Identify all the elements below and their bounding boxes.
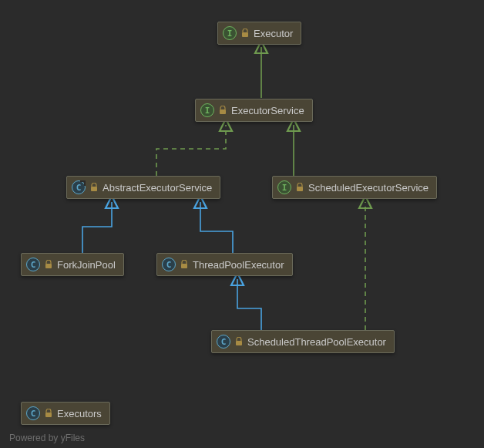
- svg-rect-6: [236, 341, 242, 345]
- svg-rect-2: [91, 187, 97, 191]
- edges-layer: [0, 0, 484, 448]
- node-label: ForkJoinPool: [57, 259, 116, 271]
- lock-icon: [45, 260, 52, 269]
- node-executors[interactable]: C Executors: [21, 402, 110, 425]
- class-badge-icon: C: [26, 258, 40, 271]
- node-fork-join-pool[interactable]: C ForkJoinPool: [21, 253, 124, 276]
- lock-icon: [90, 183, 98, 192]
- diagram-canvas: I Executor I ExecutorService C AbstractE…: [0, 0, 484, 448]
- node-label: Executors: [57, 408, 102, 419]
- node-label: ScheduledExecutorService: [308, 182, 429, 194]
- lock-icon: [241, 29, 249, 38]
- lock-icon: [235, 337, 243, 346]
- node-executor-service[interactable]: I ExecutorService: [195, 99, 313, 122]
- lock-icon: [45, 409, 52, 418]
- class-badge-icon: C: [162, 258, 176, 271]
- lock-icon: [296, 183, 304, 192]
- node-scheduled-thread-pool-executor[interactable]: C ScheduledThreadPoolExecutor: [211, 330, 395, 353]
- lock-icon: [180, 260, 188, 269]
- node-label: Executor: [254, 28, 293, 39]
- interface-badge-icon: I: [200, 103, 214, 117]
- node-label: ScheduledThreadPoolExecutor: [247, 336, 386, 348]
- interface-badge-icon: I: [277, 180, 291, 194]
- lock-icon: [219, 106, 227, 115]
- svg-rect-4: [45, 264, 52, 268]
- node-label: AbstractExecutorService: [103, 182, 212, 194]
- node-label: ThreadPoolExecutor: [193, 259, 284, 271]
- node-executor[interactable]: I Executor: [217, 22, 301, 45]
- node-abstract-executor-service[interactable]: C AbstractExecutorService: [66, 176, 220, 199]
- class-badge-icon: C: [217, 335, 230, 349]
- node-thread-pool-executor[interactable]: C ThreadPoolExecutor: [156, 253, 293, 276]
- svg-rect-5: [181, 264, 187, 268]
- interface-badge-icon: I: [223, 26, 237, 40]
- svg-rect-1: [220, 109, 226, 114]
- svg-rect-3: [297, 187, 303, 191]
- class-badge-icon: C: [26, 406, 40, 420]
- node-label: ExecutorService: [231, 105, 304, 116]
- node-scheduled-executor-service[interactable]: I ScheduledExecutorService: [272, 176, 437, 199]
- footer-attribution: Powered by yFiles: [9, 433, 85, 443]
- class-haircut-badge-icon: C: [72, 180, 86, 194]
- svg-rect-0: [242, 32, 248, 37]
- svg-rect-7: [45, 413, 52, 417]
